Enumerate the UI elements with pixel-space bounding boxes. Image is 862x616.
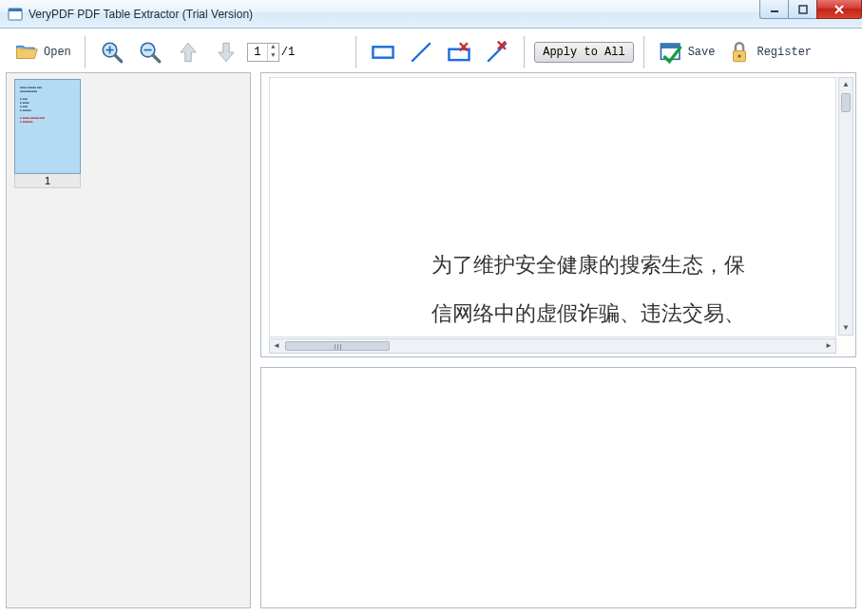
separator — [355, 36, 356, 68]
horizontal-scrollbar[interactable]: ◄ ► — [269, 338, 836, 354]
vertical-scroll-grip[interactable] — [841, 93, 851, 112]
svg-rect-22 — [661, 44, 680, 48]
delete-line-icon — [484, 39, 510, 66]
page-indicator: 1 ▲▼ /1 — [247, 43, 295, 62]
svg-line-7 — [115, 55, 122, 62]
horizontal-scroll-grip[interactable] — [285, 341, 390, 351]
save-label: Save — [688, 46, 716, 59]
apply-to-all-button[interactable]: Apply to All — [534, 42, 633, 63]
maximize-button[interactable] — [788, 0, 816, 19]
preview-page[interactable]: 为了维护安全健康的搜索生态，保 信网络中的虚假诈骗、违法交易、 — [269, 77, 836, 337]
register-label: Register — [757, 46, 812, 59]
page-down-icon — [213, 39, 239, 66]
zoom-in-button[interactable] — [95, 37, 129, 67]
line-icon — [408, 39, 434, 66]
svg-rect-1 — [9, 9, 22, 11]
draw-line-button[interactable] — [404, 37, 438, 67]
vertical-scrollbar[interactable]: ▲ ▼ — [838, 77, 853, 336]
calendar-check-icon — [658, 39, 684, 66]
padlock-icon — [726, 39, 753, 66]
rectangle-icon — [370, 39, 396, 66]
thumbnail-page-label: 1 — [14, 174, 81, 188]
spinner-arrows[interactable]: ▲▼ — [267, 44, 278, 61]
toolbar: Open 1 ▲▼ / — [6, 32, 856, 72]
apply-label: Apply to All — [543, 46, 624, 59]
page-total-label: /1 — [281, 46, 295, 59]
delete-rectangle-icon — [446, 39, 472, 66]
zoom-out-button[interactable] — [133, 37, 167, 67]
preview-panel: 为了维护安全健康的搜索生态，保 信网络中的虚假诈骗、违法交易、 ▲ ▼ ◄ ► — [260, 72, 856, 357]
open-label: Open — [44, 46, 71, 59]
thumbnail-preview: ■■■■ ■■■■■ ■■■■■■■■■■■■■■ ■■■■ ■■■■■ ■■■… — [14, 79, 81, 174]
svg-line-14 — [412, 43, 431, 62]
separator — [643, 36, 644, 68]
page-next-button[interactable] — [209, 37, 243, 67]
minimize-button[interactable] — [759, 0, 788, 19]
svg-line-11 — [153, 55, 160, 62]
svg-point-24 — [738, 54, 741, 57]
preview-text: 为了维护安全健康的搜索生态，保 信网络中的虚假诈骗、违法交易、 — [431, 241, 745, 337]
page-up-icon — [175, 39, 201, 66]
scroll-up-icon[interactable]: ▲ — [839, 78, 852, 91]
thumbnail-panel[interactable]: ■■■■ ■■■■■ ■■■■■■■■■■■■■■ ■■■■ ■■■■■ ■■■… — [6, 72, 251, 608]
separator — [524, 36, 525, 68]
svg-rect-13 — [374, 47, 393, 57]
register-button[interactable]: Register — [722, 37, 815, 67]
delete-line-button[interactable] — [480, 37, 514, 67]
app-icon — [8, 7, 23, 22]
separator — [85, 36, 86, 68]
scroll-left-icon[interactable]: ◄ — [270, 339, 283, 353]
scroll-down-icon[interactable]: ▼ — [839, 321, 852, 335]
output-panel[interactable] — [260, 367, 856, 608]
page-current-value: 1 — [248, 46, 267, 59]
window-buttons — [759, 0, 862, 19]
page-prev-button[interactable] — [171, 37, 205, 67]
titlebar: VeryPDF PDF Table Extractor (Trial Versi… — [0, 0, 862, 29]
preview-line-2: 信网络中的虚假诈骗、违法交易、 — [431, 290, 745, 337]
draw-rect-button[interactable] — [366, 37, 400, 67]
zoom-in-icon — [99, 39, 125, 66]
delete-rect-button[interactable] — [442, 37, 476, 67]
preview-line-1: 为了维护安全健康的搜索生态，保 — [431, 241, 745, 290]
folder-open-icon — [13, 39, 40, 66]
save-button[interactable]: Save — [654, 37, 719, 67]
zoom-out-icon — [137, 39, 163, 66]
open-button[interactable]: Open — [10, 37, 75, 67]
scroll-right-icon[interactable]: ► — [822, 339, 835, 353]
thumbnail-item[interactable]: ■■■■ ■■■■■ ■■■■■■■■■■■■■■ ■■■■ ■■■■■ ■■■… — [12, 79, 83, 188]
close-button[interactable] — [816, 0, 862, 19]
page-number-input[interactable]: 1 ▲▼ — [247, 43, 279, 62]
main-area: ■■■■ ■■■■■ ■■■■■■■■■■■■■■ ■■■■ ■■■■■ ■■■… — [6, 72, 856, 608]
window-title: VeryPDF PDF Table Extractor (Trial Versi… — [29, 8, 253, 21]
svg-rect-3 — [799, 6, 807, 13]
